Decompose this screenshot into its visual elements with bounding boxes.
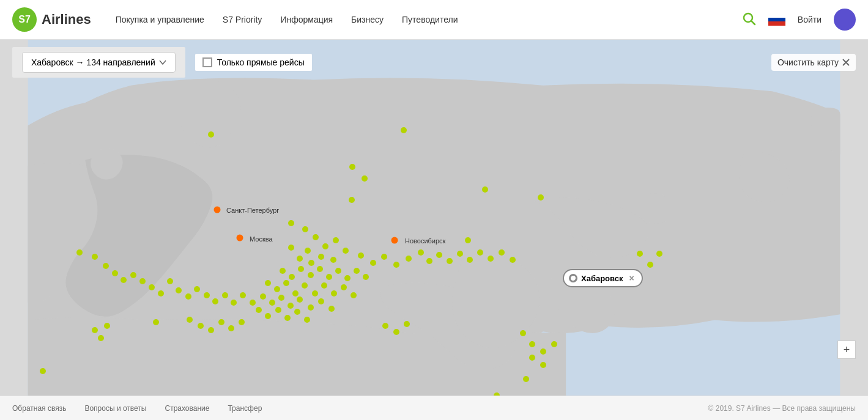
from-selector-wrapper: Хабаровск → 134 направлений — [12, 47, 185, 78]
close-icon — [842, 59, 850, 66]
login-button[interactable]: Войти — [798, 15, 822, 24]
selected-city-tag[interactable]: Хабаровск × — [563, 269, 643, 287]
svg-rect-2 — [768, 13, 785, 18]
origin-selector[interactable]: Хабаровск → 134 направлений — [22, 52, 176, 73]
footer-link[interactable]: Трансфер — [228, 404, 262, 413]
direct-flights-checkbox[interactable] — [202, 57, 212, 67]
svg-rect-4 — [768, 21, 785, 26]
nav-item-guides[interactable]: Путеводители — [402, 15, 458, 24]
logo-name: Airlines — [42, 12, 91, 28]
selected-city-name: Хабаровск — [581, 274, 623, 283]
svg-line-1 — [751, 21, 755, 24]
nav-item-purchases[interactable]: Покупка и управление — [116, 15, 204, 24]
zoom-in-button[interactable]: + — [837, 341, 856, 359]
nav-item-business[interactable]: Бизнесу — [351, 15, 384, 24]
footer-copyright: © 2019. S7 Airlines — Все права защищены — [708, 404, 856, 413]
zoom-controls: + — [837, 341, 856, 359]
map-container[interactable]: Хабаровск → 134 направлений Только прямы… — [0, 40, 868, 396]
selected-city-close[interactable]: × — [629, 273, 634, 283]
search-button[interactable] — [743, 12, 756, 28]
footer: Обратная связьВопросы и ответыСтраховани… — [0, 396, 868, 420]
header: S7 Airlines Покупка и управлениеS7 Prior… — [0, 0, 868, 40]
footer-links: Обратная связьВопросы и ответыСтраховани… — [12, 404, 262, 413]
map-background — [0, 40, 868, 396]
logo-icon: S7 — [12, 7, 37, 32]
clear-map-button[interactable]: Очистить карту — [771, 54, 856, 71]
main-nav: Покупка и управлениеS7 PriorityИнформаци… — [116, 15, 743, 24]
clear-map-label: Очистить карту — [777, 57, 839, 67]
map-controls-bar: Хабаровск → 134 направлений Только прямы… — [0, 40, 868, 85]
svg-rect-3 — [768, 18, 785, 21]
footer-link[interactable]: Страхование — [165, 404, 209, 413]
direct-flights-label: Только прямые рейсы — [217, 57, 305, 67]
logo[interactable]: S7 Airlines — [12, 7, 91, 32]
header-right: Войти — [743, 9, 856, 31]
language-flag[interactable] — [768, 13, 785, 26]
selected-city-icon — [569, 274, 577, 282]
chevron-down-icon — [159, 60, 166, 65]
user-avatar[interactable] — [834, 9, 856, 31]
direct-flights-filter[interactable]: Только прямые рейсы — [195, 54, 312, 71]
nav-item-info[interactable]: Информация — [280, 15, 333, 24]
footer-link[interactable]: Обратная связь — [12, 404, 66, 413]
footer-link[interactable]: Вопросы и ответы — [84, 404, 146, 413]
nav-item-priority[interactable]: S7 Priority — [223, 15, 262, 24]
origin-text: Хабаровск → 134 направлений — [31, 57, 155, 67]
